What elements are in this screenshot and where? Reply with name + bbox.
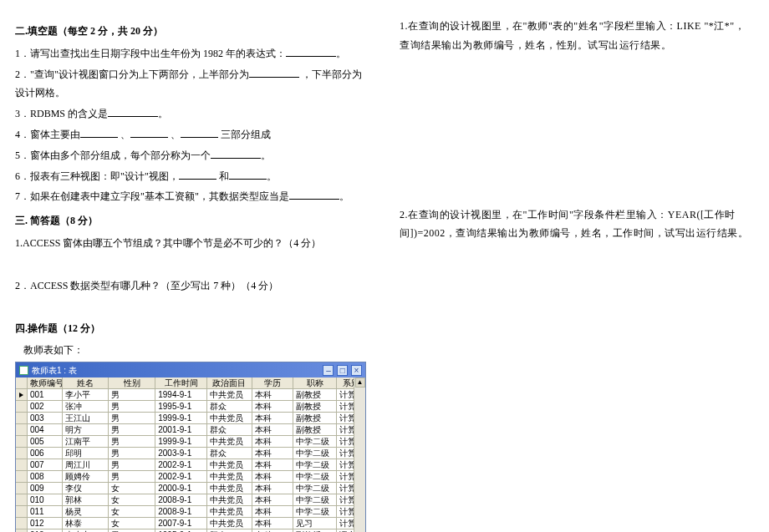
cell[interactable]: 2007-9-1	[155, 518, 207, 529]
cell[interactable]: 中共党员	[207, 436, 252, 448]
cell[interactable]: 男	[109, 424, 155, 436]
cell[interactable]: 2002-9-1	[155, 459, 207, 471]
cell[interactable]: 中学二级	[293, 494, 337, 506]
col-header[interactable]: 工作时间	[155, 377, 207, 389]
cell[interactable]: 中学二级	[293, 436, 337, 448]
cell[interactable]: 中共党员	[207, 459, 252, 471]
cell[interactable]: 男	[109, 448, 155, 459]
cell[interactable]: 邱明	[63, 448, 109, 459]
cell[interactable]: 郭林	[63, 494, 109, 506]
cell[interactable]: 女	[109, 494, 155, 506]
cell[interactable]: 男	[109, 389, 155, 401]
cell[interactable]: 2003-9-1	[155, 448, 207, 459]
cell[interactable]: 男	[109, 401, 155, 413]
minimize-button[interactable]: –	[323, 365, 334, 376]
cell[interactable]: 李仪	[63, 483, 109, 494]
cell[interactable]: 顾娉伶	[63, 471, 109, 483]
cell[interactable]: 2008-9-1	[155, 506, 207, 518]
cell[interactable]: 副教授	[293, 413, 337, 424]
cell[interactable]: 2000-9-1	[155, 483, 207, 494]
row-header[interactable]	[16, 389, 28, 401]
col-header[interactable]: 教师编号	[28, 377, 63, 389]
cell[interactable]: 010	[28, 494, 63, 506]
cell[interactable]: 副教授	[293, 389, 337, 401]
cell[interactable]: 林泰	[63, 518, 109, 529]
row-header[interactable]	[16, 494, 28, 506]
table-row[interactable]: 002张冲男1995-9-1群众本科副教授计算机	[16, 401, 365, 413]
row-header[interactable]	[16, 459, 28, 471]
cell[interactable]: 1999-9-1	[155, 436, 207, 448]
cell[interactable]: 副教授	[293, 401, 337, 413]
cell[interactable]: 女	[109, 506, 155, 518]
cell[interactable]: 005	[28, 436, 63, 448]
cell[interactable]: 中学二级	[293, 448, 337, 459]
cell[interactable]: 明方	[63, 424, 109, 436]
col-header[interactable]: 姓名	[63, 377, 109, 389]
cell[interactable]: 009	[28, 483, 63, 494]
row-header[interactable]	[16, 401, 28, 413]
cell[interactable]: 群众	[207, 448, 252, 459]
cell[interactable]: 001	[28, 389, 63, 401]
cell[interactable]: 2002-9-1	[155, 471, 207, 483]
cell[interactable]: 2001-9-1	[155, 424, 207, 436]
table-row[interactable]: 009李仪女2000-9-1中共党员本科中学二级计算机	[16, 483, 365, 494]
cell[interactable]: 中学二级	[293, 471, 337, 483]
close-button[interactable]: ×	[351, 365, 362, 376]
table-row[interactable]: 004明方男2001-9-1群众本科副教授计算机	[16, 424, 365, 436]
cell[interactable]: 男	[109, 413, 155, 424]
cell[interactable]: 本科	[252, 389, 294, 401]
cell[interactable]: 本科	[252, 424, 294, 436]
cell[interactable]: 中共党员	[207, 413, 252, 424]
cell[interactable]: 女	[109, 483, 155, 494]
cell[interactable]: 中学二级	[293, 506, 337, 518]
table-row[interactable]: 012林泰女2007-9-1中共党员本科见习计算机	[16, 518, 365, 529]
cell[interactable]: 004	[28, 424, 63, 436]
row-header[interactable]	[16, 471, 28, 483]
cell[interactable]: 本科	[252, 413, 294, 424]
cell[interactable]: 中学二级	[293, 483, 337, 494]
cell[interactable]: 011	[28, 506, 63, 518]
cell[interactable]: 1999-9-1	[155, 413, 207, 424]
cell[interactable]: 杨灵	[63, 506, 109, 518]
row-header[interactable]	[16, 448, 28, 459]
cell[interactable]: 周江川	[63, 459, 109, 471]
cell[interactable]: 群众	[207, 424, 252, 436]
row-header[interactable]	[16, 424, 28, 436]
table-row[interactable]: 007周江川男2002-9-1中共党员本科中学二级计算机	[16, 459, 365, 471]
cell[interactable]: 中共党员	[207, 389, 252, 401]
table-row[interactable]: 010郭林女2008-9-1中共党员本科中学二级计算机	[16, 494, 365, 506]
cell[interactable]: 008	[28, 471, 63, 483]
cell[interactable]: 1995-9-1	[155, 401, 207, 413]
cell[interactable]: 中学二级	[293, 459, 337, 471]
cell[interactable]: 副教授	[293, 424, 337, 436]
cell[interactable]: 女	[109, 518, 155, 529]
cell[interactable]: 张冲	[63, 401, 109, 413]
cell[interactable]: 男	[109, 471, 155, 483]
cell[interactable]: 006	[28, 448, 63, 459]
col-header[interactable]: 职称	[293, 377, 337, 389]
table-row[interactable]: 001李小平男1994-9-1中共党员本科副教授计算机	[16, 389, 365, 401]
cell[interactable]: 本科	[252, 471, 294, 483]
cell[interactable]: 中共党员	[207, 471, 252, 483]
grid-corner[interactable]	[16, 377, 28, 389]
cell[interactable]: 江南平	[63, 436, 109, 448]
maximize-button[interactable]: □	[337, 365, 348, 376]
cell[interactable]: 本科	[252, 518, 294, 529]
row-header[interactable]	[16, 413, 28, 424]
cell[interactable]: 群众	[207, 401, 252, 413]
table-row[interactable]: 011杨灵女2008-9-1中共党员本科中学二级计算机	[16, 506, 365, 518]
cell[interactable]: 中共党员	[207, 518, 252, 529]
window-titlebar[interactable]: 教师表1 : 表 – □ ×	[16, 362, 365, 377]
table-row[interactable]: 003王江山男1999-9-1中共党员本科副教授计算机	[16, 413, 365, 424]
scroll-up-icon[interactable]: ▲	[355, 377, 365, 388]
col-header[interactable]: 政治面目	[207, 377, 252, 389]
cell[interactable]: 男	[109, 436, 155, 448]
row-header[interactable]	[16, 436, 28, 448]
cell[interactable]: 王江山	[63, 413, 109, 424]
table-row[interactable]: 006邱明男2003-9-1群众本科中学二级计算机	[16, 448, 365, 459]
table-row[interactable]: 008顾娉伶男2002-9-1中共党员本科中学二级计算机	[16, 471, 365, 483]
cell[interactable]: 2008-9-1	[155, 494, 207, 506]
row-header[interactable]	[16, 506, 28, 518]
vertical-scrollbar[interactable]: ▲ ▼	[354, 377, 365, 532]
cell[interactable]: 003	[28, 413, 63, 424]
